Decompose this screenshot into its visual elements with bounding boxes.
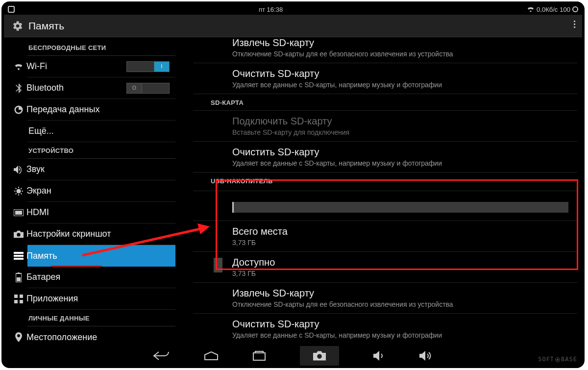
wifi-icon xyxy=(11,63,26,71)
sidebar-item-label: Звук xyxy=(26,164,170,174)
sidebar-item-label: Приложения xyxy=(26,294,170,304)
battery-level: 100 xyxy=(560,6,570,13)
settings-gear-icon xyxy=(11,20,24,32)
sidebar-item-label: Настройки скриншот xyxy=(26,229,170,239)
battery-icon xyxy=(572,6,578,12)
usb-usage-bar xyxy=(232,202,568,213)
section-personal: ЛИЧНЫЕ ДАННЫЕ xyxy=(4,310,180,326)
system-nav-bar xyxy=(4,346,582,366)
svg-line-6 xyxy=(16,188,17,189)
sidebar-item-hdmi[interactable]: HDMI xyxy=(27,202,175,223)
watermark: SOFTBASE xyxy=(538,356,577,363)
sidebar-item-label: Передача данных xyxy=(26,104,170,115)
storage-icon xyxy=(11,252,26,260)
sound-icon xyxy=(11,165,26,174)
svg-line-7 xyxy=(21,193,22,194)
wifi-switch[interactable]: I xyxy=(126,61,170,72)
item-format-sd[interactable]: Очистить SD-карту Удаляет все данные с S… xyxy=(193,63,577,94)
svg-rect-22 xyxy=(253,353,265,360)
sidebar-item-screenshot[interactable]: Настройки скриншот xyxy=(27,223,175,245)
svg-rect-11 xyxy=(15,211,22,215)
statusbar: пт 16:38 0,0Кб/с 100 xyxy=(4,4,582,15)
camera-icon xyxy=(11,230,26,238)
item-format-sd2[interactable]: Очистить SD-карту Удаляет все данные с S… xyxy=(193,141,577,172)
sidebar-item-more[interactable]: Ещё... xyxy=(27,121,175,142)
svg-rect-13 xyxy=(14,255,24,257)
section-wireless: БЕСПРОВОДНЫЕ СЕТИ xyxy=(4,39,180,55)
nav-screenshot-button[interactable] xyxy=(300,346,339,366)
brightness-icon xyxy=(11,187,26,196)
location-icon xyxy=(11,332,26,342)
battery-icon xyxy=(11,272,26,282)
sidebar-item-data-usage[interactable]: Передача данных xyxy=(27,99,175,121)
bluetooth-switch[interactable]: O xyxy=(126,83,170,94)
sidebar-item-battery[interactable]: Батарея xyxy=(27,267,175,288)
item-eject-sd-cut[interactable]: Извлечь SD-карту Отключение SD-карты для… xyxy=(193,37,577,63)
sidebar-item-wifi[interactable]: Wi-Fi I xyxy=(27,56,175,77)
rotation-lock-icon xyxy=(8,6,15,13)
wifi-icon xyxy=(527,6,535,12)
item-usb-available[interactable]: Доступно 3,73 ГБ xyxy=(193,251,577,282)
section-sd-card: SD-КАРТА xyxy=(193,94,577,110)
item-format-usb[interactable]: Очистить SD-карту Удаляет все данные с S… xyxy=(193,313,577,344)
apps-icon xyxy=(11,295,26,303)
svg-rect-19 xyxy=(20,295,23,298)
data-rate: 0,0Кб/с xyxy=(537,6,558,13)
svg-rect-12 xyxy=(14,252,24,254)
section-usb: USB-НАКОПИТЕЛЬ xyxy=(193,172,577,189)
svg-rect-14 xyxy=(14,258,24,260)
svg-rect-23 xyxy=(255,351,263,353)
bluetooth-icon xyxy=(11,83,26,93)
sidebar-item-label: Bluetooth xyxy=(26,83,126,93)
sidebar-item-label: Wi-Fi xyxy=(26,61,126,72)
sidebar-item-label: Память xyxy=(26,251,170,261)
hdmi-icon xyxy=(11,209,26,216)
sidebar-item-apps[interactable]: Приложения xyxy=(27,288,175,310)
svg-rect-20 xyxy=(14,300,18,303)
data-usage-icon xyxy=(11,105,26,114)
item-mount-sd: Подключить SD-карту Вставьте SD-карту дл… xyxy=(193,110,577,141)
nav-home-button[interactable] xyxy=(204,346,219,366)
overflow-menu-button[interactable] xyxy=(572,19,577,30)
sidebar-item-display[interactable]: Экран xyxy=(27,180,175,202)
svg-rect-18 xyxy=(14,295,18,298)
titlebar: Память xyxy=(4,15,582,37)
section-device: УСТРОЙСТВО xyxy=(4,142,180,158)
sidebar-item-label: Экран xyxy=(26,186,170,196)
nav-back-button[interactable] xyxy=(153,346,170,366)
nav-recent-button[interactable] xyxy=(253,346,266,366)
nav-volume-up-button[interactable] xyxy=(419,346,433,366)
svg-rect-21 xyxy=(20,300,23,303)
svg-line-9 xyxy=(16,193,17,194)
sidebar-item-label: Местоположение xyxy=(26,332,170,343)
statusbar-time: пт 16:38 xyxy=(15,6,527,13)
settings-sidebar: БЕСПРОВОДНЫЕ СЕТИ Wi-Fi I Bluetooth O Пе… xyxy=(4,37,180,346)
item-eject-usb[interactable]: Извлечь SD-карту Отключение SD-карты для… xyxy=(193,282,577,313)
svg-point-1 xyxy=(17,189,21,193)
sidebar-item-sound[interactable]: Звук xyxy=(27,159,175,180)
svg-rect-17 xyxy=(17,277,21,281)
usb-usage-bar-row xyxy=(193,191,577,221)
nav-volume-down-button[interactable] xyxy=(373,346,385,366)
sidebar-item-label: Ещё... xyxy=(26,126,170,136)
sidebar-item-label: Батарея xyxy=(26,272,170,282)
sidebar-item-location[interactable]: Местоположение xyxy=(27,326,175,346)
storage-content[interactable]: Извлечь SD-карту Отключение SD-карты для… xyxy=(180,37,582,346)
page-title: Память xyxy=(28,20,64,32)
item-usb-total[interactable]: Всего места 3,73 ГБ xyxy=(193,221,577,251)
svg-line-8 xyxy=(21,188,22,189)
sidebar-item-storage[interactable]: Память xyxy=(27,245,175,267)
available-swatch xyxy=(214,258,222,272)
sidebar-item-label: HDMI xyxy=(26,207,170,218)
sidebar-item-bluetooth[interactable]: Bluetooth O xyxy=(27,77,175,99)
